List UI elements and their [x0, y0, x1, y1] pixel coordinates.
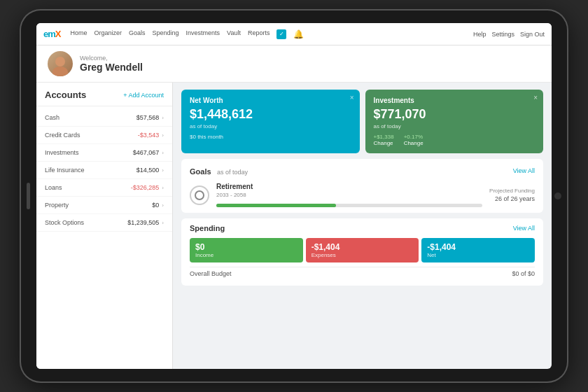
spending-panel: Spending View All $0 Income -$1,404 Expe…	[181, 218, 543, 286]
nav-goals[interactable]: Goals	[129, 29, 146, 39]
nav-links: Home Organizer Goals Spending Investment…	[70, 29, 472, 39]
account-name-loans: Loans	[45, 184, 62, 191]
nav-signout[interactable]: Sign Out	[520, 31, 545, 38]
net-amount: -$1,404	[427, 242, 529, 252]
list-item[interactable]: Cash $57,568 ›	[36, 109, 172, 127]
nav-investments[interactable]: Investments	[186, 29, 220, 39]
nav-spending[interactable]: Spending	[153, 29, 179, 39]
goals-view-all[interactable]: View All	[513, 167, 535, 174]
account-name-credit: Credit Cards	[45, 132, 80, 139]
net-bar: -$1,404 Net	[421, 238, 535, 262]
net-label: Net	[427, 252, 529, 258]
expenses-bar: -$1,404 Expenses	[306, 238, 419, 262]
net-worth-footer: $0 this month	[190, 134, 351, 140]
spending-title: Spending	[190, 224, 225, 232]
net-worth-amount: $1,448,612	[190, 107, 351, 122]
main-content: Welcome, Greg Wendell Accounts + Add Acc…	[36, 46, 552, 369]
goals-sub: as of today	[217, 169, 248, 176]
logo: emX	[43, 29, 60, 39]
change-item-2: +0.17% Change	[404, 134, 424, 146]
welcome-greeting: Welcome,	[80, 55, 143, 62]
net-worth-close-icon[interactable]: ×	[350, 94, 354, 102]
goal-right: Projected Funding 26 of 26 years	[489, 188, 535, 202]
checkmark-icon[interactable]: ✓	[276, 29, 286, 39]
goal-name: Retirement	[216, 183, 482, 190]
budget-value: $0 of $0	[512, 270, 535, 277]
budget-row: Overall Budget $0 of $0	[190, 267, 535, 280]
nav-organizer[interactable]: Organizer	[94, 29, 122, 39]
accounts-panel: Accounts + Add Account Cash $57,568 › Cr…	[36, 83, 173, 369]
content-row: Accounts + Add Account Cash $57,568 › Cr…	[36, 83, 552, 369]
account-value-credit: -$3,543 ›	[138, 132, 164, 139]
investments-amount: $771,070	[374, 107, 536, 122]
income-label: Income	[195, 252, 298, 258]
account-name-investments: Investments	[45, 149, 79, 156]
account-name-property: Property	[45, 202, 69, 209]
investments-changes: +$1,338 Change +0.17% Change	[374, 134, 536, 146]
goals-header: Goals as of today View All	[190, 164, 535, 177]
income-amount: $0	[195, 242, 298, 252]
expenses-label: Expenses	[312, 252, 414, 258]
expenses-amount: -$1,404	[312, 242, 414, 252]
spending-view-all[interactable]: View All	[513, 225, 535, 232]
nav-home[interactable]: Home	[70, 29, 87, 39]
list-item[interactable]: Loans -$326,285 ›	[36, 179, 172, 197]
investments-close-icon[interactable]: ×	[533, 94, 538, 102]
welcome-name: Greg Wendell	[80, 62, 143, 73]
accounts-title: Accounts	[45, 90, 86, 100]
account-value-cash: $57,568 ›	[136, 114, 164, 121]
progress-bar-bg	[216, 204, 482, 207]
tablet-frame: emX Home Organizer Goals Spending Invest…	[21, 10, 567, 382]
account-name-insurance: Life Insurance	[45, 167, 85, 174]
goal-info: Retirement 2033 - 2058	[216, 183, 482, 207]
goal-row: Retirement 2033 - 2058 Projected Funding	[190, 183, 535, 207]
goals-panel: Goals as of today View All Retirement	[181, 159, 543, 213]
welcome-header: Welcome, Greg Wendell	[36, 46, 552, 83]
account-value-investments: $467,067 ›	[133, 149, 164, 156]
account-name-cash: Cash	[45, 114, 59, 121]
goal-funding-label: Projected Funding	[489, 188, 535, 194]
investments-card: × Investments $771,070 as of today +$1,3…	[365, 90, 544, 153]
top-nav: emX Home Organizer Goals Spending Invest…	[36, 23, 552, 46]
goal-icon-inner	[195, 190, 204, 200]
change-item-1: +$1,338 Change	[374, 134, 394, 146]
goal-years: 2033 - 2058	[216, 192, 482, 198]
add-account-button[interactable]: + Add Account	[123, 92, 164, 99]
investments-sub: as of today	[374, 123, 536, 130]
spending-bars: $0 Income -$1,404 Expenses -$1,404 Net	[190, 238, 535, 262]
net-worth-sub: as of today	[190, 123, 351, 130]
spending-header: Spending View All	[190, 224, 535, 232]
list-item[interactable]: Life Insurance $14,500 ›	[36, 162, 172, 179]
investments-label: Investments	[374, 97, 536, 104]
nav-reports[interactable]: Reports	[248, 29, 270, 39]
budget-label: Overall Budget	[190, 270, 232, 277]
account-value-stock: $1,239,505 ›	[127, 219, 164, 226]
account-name-stock: Stock Options	[45, 219, 84, 226]
welcome-text: Welcome, Greg Wendell	[80, 55, 143, 73]
goal-progress-row	[216, 201, 482, 207]
right-panel: × Net Worth $1,448,612 as of today $0 th…	[173, 83, 552, 369]
goal-icon	[190, 186, 209, 205]
list-item[interactable]: Credit Cards -$3,543 ›	[36, 127, 172, 144]
nav-help[interactable]: Help	[473, 31, 486, 38]
goal-funding-value: 26 of 26 years	[489, 195, 535, 202]
cards-row: × Net Worth $1,448,612 as of today $0 th…	[181, 90, 543, 153]
goals-title: Goals	[190, 167, 211, 176]
list-item[interactable]: Stock Options $1,239,505 ›	[36, 214, 172, 232]
net-worth-card: × Net Worth $1,448,612 as of today $0 th…	[181, 90, 360, 153]
income-bar: $0 Income	[190, 238, 303, 262]
list-item[interactable]: Property $0 ›	[36, 197, 172, 214]
account-value-insurance: $14,500 ›	[136, 167, 164, 174]
account-value-loans: -$326,285 ›	[131, 184, 164, 191]
screen: emX Home Organizer Goals Spending Invest…	[36, 23, 552, 369]
progress-bar-fill	[216, 204, 336, 207]
bell-icon[interactable]: 🔔	[293, 29, 304, 39]
nav-settings[interactable]: Settings	[491, 31, 514, 38]
list-item[interactable]: Investments $467,067 ›	[36, 144, 172, 162]
nav-vault[interactable]: Vault	[227, 29, 241, 39]
accounts-header: Accounts + Add Account	[36, 90, 172, 106]
net-worth-label: Net Worth	[190, 97, 351, 104]
account-value-property: $0 ›	[152, 202, 164, 209]
avatar	[48, 51, 73, 76]
nav-right: Help Settings Sign Out	[473, 31, 545, 38]
